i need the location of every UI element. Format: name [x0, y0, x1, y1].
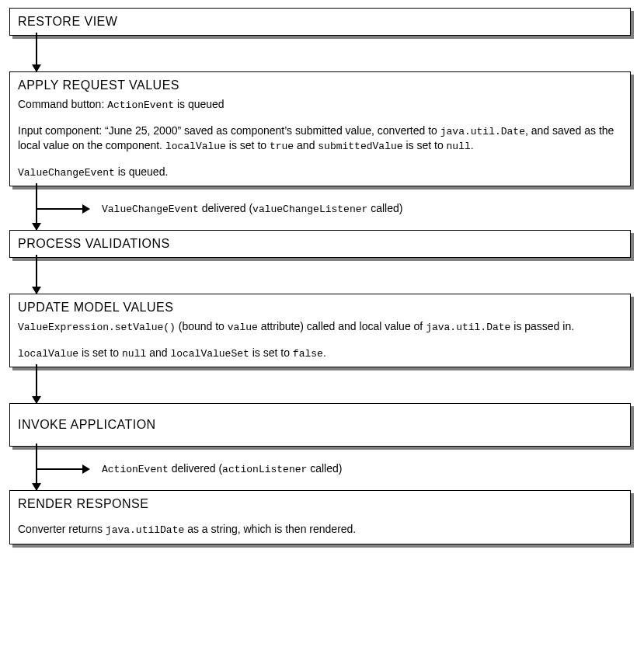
- text: is set to: [226, 139, 270, 151]
- code-text: ValueChangeEvent: [102, 204, 199, 215]
- text: is queued: [174, 98, 225, 110]
- text: is set to: [403, 139, 447, 151]
- text: and: [294, 139, 318, 151]
- code-text: null: [122, 348, 146, 360]
- text-line: Converter returns java.utilDate as a str…: [18, 522, 622, 537]
- text: is queued.: [115, 165, 169, 178]
- box-update-model-values: UPDATE MODEL VALUES ValueExpression.setV…: [9, 294, 631, 367]
- box-invoke-application: INVOKE APPLICATION: [9, 403, 631, 447]
- text: .: [323, 346, 326, 359]
- text: is set to: [249, 346, 293, 359]
- box-process-validations: PROCESS VALIDATIONS: [9, 230, 631, 258]
- connector-5: ActionEvent delivered (actionListener ca…: [36, 447, 635, 490]
- arrow-right-icon: [82, 204, 90, 214]
- text: delivered (: [169, 462, 222, 475]
- connector-2: ValueChangeEvent delivered (valueChangeL…: [36, 186, 635, 230]
- text-line: Input component: “June 25, 2000” saved a…: [18, 123, 622, 154]
- edge-label: ValueChangeEvent delivered (valueChangeL…: [102, 202, 402, 215]
- text: attribute) called and local value of: [258, 320, 426, 332]
- code-text: localValueSet: [170, 348, 249, 360]
- box-title: INVOKE APPLICATION: [18, 418, 622, 432]
- code-text: localValue: [18, 348, 78, 360]
- code-text: submittedValue: [318, 141, 402, 152]
- box-title: RENDER RESPONSE: [18, 497, 622, 511]
- code-text: java.util.Date: [440, 126, 525, 137]
- branch-line: [37, 208, 83, 210]
- code-text: actionListener: [222, 464, 307, 475]
- box-title: APPLY REQUEST VALUES: [18, 78, 622, 92]
- text: is passed in.: [510, 320, 574, 332]
- edge-label: ActionEvent delivered (actionListener ca…: [102, 462, 342, 475]
- connector-4: [36, 367, 635, 403]
- text: (bound to: [176, 320, 228, 332]
- text-line: localValue is set to null and localValue…: [18, 346, 622, 361]
- code-text: ValueExpression.setValue(): [18, 322, 176, 333]
- code-text: ActionEvent: [102, 464, 169, 475]
- code-text: value: [228, 322, 258, 333]
- code-text: ActionEvent: [107, 99, 174, 111]
- box-restore-view: RESTORE VIEW: [9, 8, 631, 36]
- text: and: [146, 346, 170, 359]
- text-line: ValueExpression.setValue() (bound to val…: [18, 319, 622, 335]
- arrow-right-icon: [82, 464, 90, 474]
- text: Converter returns: [18, 523, 106, 535]
- text: delivered (: [199, 202, 252, 214]
- box-title: RESTORE VIEW: [18, 15, 622, 29]
- text: called): [307, 462, 342, 475]
- text: .: [471, 139, 474, 151]
- text: called): [367, 202, 402, 214]
- text-line: ValueChangeEvent is queued.: [18, 165, 622, 180]
- connector-1: [36, 36, 635, 71]
- box-render-response: RENDER RESPONSE Converter returns java.u…: [9, 490, 631, 544]
- branch-line: [37, 468, 83, 470]
- text: Command button:: [18, 98, 107, 110]
- text-line: Command button: ActionEvent is queued: [18, 97, 622, 113]
- connector-3: [36, 258, 635, 294]
- code-text: true: [270, 141, 294, 152]
- code-text: localValue: [165, 141, 226, 152]
- box-title: PROCESS VALIDATIONS: [18, 237, 622, 251]
- code-text: null: [447, 141, 471, 152]
- text: Input component: “June 25, 2000” saved a…: [18, 124, 440, 137]
- code-text: valueChangeListener: [252, 204, 367, 215]
- code-text: java.utilDate: [106, 524, 184, 536]
- text: as a string, which is then rendered.: [184, 523, 356, 535]
- code-text: false: [293, 348, 323, 360]
- box-title: UPDATE MODEL VALUES: [18, 301, 622, 315]
- code-text: ValueChangeEvent: [18, 167, 115, 179]
- code-text: java.util.Date: [426, 322, 510, 333]
- text: is set to: [78, 346, 122, 359]
- box-apply-request-values: APPLY REQUEST VALUES Command button: Act…: [9, 71, 631, 186]
